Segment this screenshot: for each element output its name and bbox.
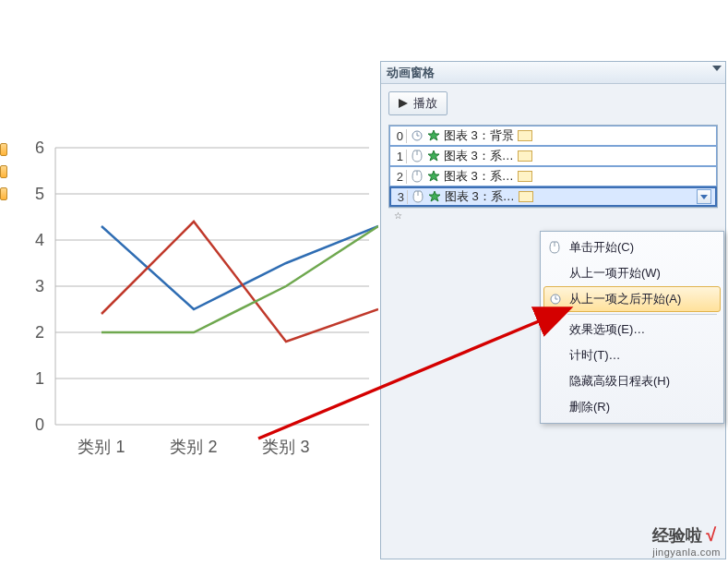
svg-text:1: 1 [35,369,44,388]
blank-icon [547,374,562,389]
mouse-icon [547,240,562,255]
svg-text:0: 0 [35,415,44,434]
anim-index: 2 [394,170,407,184]
play-icon [399,99,408,108]
duration-bar [518,150,532,162]
watermark-url: jingyanla.com [652,547,721,558]
duration-bar [519,191,533,202]
svg-marker-18 [399,99,408,108]
menu-item-label: 计时(T)… [569,347,621,364]
collapse-handle[interactable]: ☆ [388,208,718,222]
play-button[interactable]: 播放 [388,91,448,115]
animation-list[interactable]: 0图表 3：背景1图表 3：系…2图表 3：系…3图表 3：系… [388,125,718,208]
svg-text:2: 2 [35,323,44,342]
anim-index: 3 [395,190,408,204]
menu-item-label: 从上一项之后开始(A) [569,291,681,307]
menu-item-click_start[interactable]: 单击开始(C) [543,234,721,260]
check-icon: √ [706,524,716,545]
watermark: 经验啦 √ jingyanla.com [652,524,721,558]
svg-text:3: 3 [35,277,44,295]
star-icon [428,190,441,203]
menu-item-label: 效果选项(E)… [569,321,645,338]
mouse-icon [411,170,424,183]
menu-item-label: 删除(R) [569,399,610,415]
anim-index: 1 [394,150,407,163]
animation-item[interactable]: 2图表 3：系… [389,166,717,186]
chevron-down-icon[interactable] [712,66,722,71]
svg-text:类别 2: 类别 2 [170,438,217,456]
blank-icon [547,266,562,281]
anim-index: 0 [394,129,407,143]
svg-marker-29 [700,195,708,199]
anim-label: 图表 3：系… [444,168,514,185]
svg-text:4: 4 [35,231,44,249]
svg-text:类别 3: 类别 3 [262,438,309,456]
anim-label: 图表 3：系… [444,148,514,164]
animation-pane-title-text: 动画窗格 [387,65,435,81]
menu-item-timing[interactable]: 计时(T)… [543,343,721,368]
blank-icon [547,348,562,363]
slide-thumb-handles [0,143,7,210]
mouse-icon [412,190,424,203]
play-label: 播放 [413,95,437,112]
chart[interactable]: 0123456 类别 1类别 2类别 3 [9,129,378,499]
animation-item[interactable]: 3图表 3：系… [389,186,717,207]
animation-item[interactable]: 0图表 3：背景 [389,126,717,146]
anim-label: 图表 3：系… [445,188,515,205]
svg-marker-26 [428,171,439,181]
svg-marker-22 [428,130,439,140]
menu-item-with_prev[interactable]: 从上一项开始(W) [543,260,721,286]
chevron-down-icon[interactable] [697,189,711,204]
menu-item-remove[interactable]: 删除(R) [543,394,721,420]
clock-icon [411,129,424,142]
context-menu: 单击开始(C)从上一项开始(W)从上一项之后开始(A)效果选项(E)…计时(T)… [540,231,724,424]
star-icon [427,150,440,162]
svg-text:类别 1: 类别 1 [78,438,125,456]
animation-pane-title: 动画窗格 [381,62,725,84]
menu-item-label: 单击开始(C) [569,239,634,256]
blank-icon [547,322,562,337]
duration-bar [518,171,532,182]
animation-item[interactable]: 1图表 3：系… [389,146,717,166]
menu-item-label: 隐藏高级日程表(H) [569,373,670,390]
star-icon [427,129,440,142]
svg-text:6: 6 [35,138,44,157]
chart-svg: 0123456 类别 1类别 2类别 3 [9,129,378,499]
svg-marker-28 [429,191,440,201]
clock-icon [548,292,563,307]
mouse-icon [411,150,424,162]
blank-icon [547,400,562,415]
svg-text:5: 5 [35,185,44,203]
menu-item-label: 从上一项开始(W) [569,265,661,282]
menu-item-after_prev[interactable]: 从上一项之后开始(A) [543,286,721,312]
star-icon [427,170,440,183]
duration-bar [518,130,532,141]
separator [567,314,717,315]
anim-label: 图表 3：背景 [444,127,514,144]
menu-item-effect_opts[interactable]: 效果选项(E)… [543,317,721,343]
menu-item-hide_timeline[interactable]: 隐藏高级日程表(H) [543,368,721,394]
svg-marker-24 [428,150,439,161]
watermark-brand: 经验啦 [652,526,702,545]
